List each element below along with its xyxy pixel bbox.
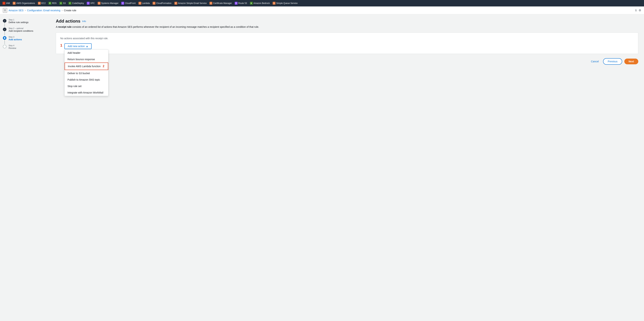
nav-label-aws-org: AWS Organizations — [16, 2, 35, 5]
step-name-3: Add actions — [8, 38, 47, 41]
rule-panel: No actions associated with this receipt … — [56, 32, 638, 54]
cloudfront-icon: C — [121, 2, 124, 5]
iam-icon: I — [2, 2, 5, 5]
previous-button[interactable]: Previous — [603, 58, 622, 65]
nav-item-lambda[interactable]: λ Lambda — [138, 2, 151, 5]
nav-label-bedrock: Amazon Bedrock — [254, 2, 270, 5]
nav-item-ses[interactable]: S Amazon Simple Email Service — [173, 2, 208, 5]
nav-item-codedeploy[interactable]: C CodeDeploy — [68, 2, 85, 5]
nav-label-iam: IAM — [6, 2, 10, 5]
step-col-icon-4 — [3, 44, 6, 48]
no-actions-text: No actions associated with this receipt … — [60, 37, 634, 40]
aws-org-icon: O — [13, 2, 16, 5]
step-dot-inner-3 — [4, 37, 5, 39]
nav-label-ec2: EC2 — [42, 2, 46, 5]
bedrock-icon: B — [250, 2, 253, 5]
step-circle-2: ✓ — [3, 28, 6, 31]
dropdown-caret-icon: ▲ — [86, 45, 88, 48]
nav-label-cloudformation: CloudFormation — [156, 2, 172, 5]
settings-icon-btn[interactable]: ⚙ — [639, 9, 641, 12]
nav-item-systems-manager[interactable]: S Systems Manager — [96, 2, 120, 5]
cloudformation-icon: C — [152, 2, 156, 5]
step-label-group-3: Step 3 Add actions — [8, 36, 47, 44]
codedeploy-icon: C — [68, 2, 72, 5]
nav-label-sqs: Simple Queue Service — [276, 2, 298, 5]
dropdown-item-return-bounce[interactable]: Return bounce response — [64, 56, 108, 63]
step-badge-1: 1 — [60, 43, 62, 48]
nav-item-cert-manager[interactable]: C Certificate Manager — [208, 2, 233, 5]
nav-item-rds[interactable]: R RDS — [48, 2, 58, 5]
nav-item-iam[interactable]: I IAM — [2, 2, 11, 5]
step-number-3: Step 3 — [8, 36, 47, 38]
nav-label-lambda: Lambda — [142, 2, 150, 5]
breadcrumb-current: Create rule — [64, 9, 76, 12]
step-circle-4 — [3, 45, 6, 48]
cancel-button[interactable]: Cancel — [589, 59, 601, 64]
step-number-4: Step 4 — [8, 44, 47, 47]
add-new-action-button[interactable]: Add new action ▲ — [64, 43, 92, 49]
add-action-label: Add new action — [68, 45, 85, 48]
sqs-icon: S — [273, 2, 276, 5]
nav-label-cloudfront: CloudFront — [125, 2, 136, 5]
nav-label-systems-manager: Systems Manager — [101, 2, 118, 5]
main-layout: ✓ Step 1 Define rule settings ✓ — [0, 14, 644, 321]
step-circle-3 — [3, 36, 6, 40]
sidebar: ✓ Step 1 Define rule settings ✓ — [0, 14, 50, 321]
nav-label-rds: RDS — [52, 2, 56, 5]
nav-item-cloudfront[interactable]: C CloudFront — [120, 2, 136, 5]
nav-item-bedrock[interactable]: B Amazon Bedrock — [249, 2, 271, 5]
breadcrumb-sep-2: › — [62, 9, 62, 12]
step-name-4: Review — [8, 47, 47, 49]
s3-icon: S — [60, 2, 62, 5]
page-title-text: Add actions — [56, 19, 80, 24]
step-col-icon-1: ✓ — [3, 19, 6, 27]
content-area: Add actions Info A receipt rule consists… — [50, 14, 644, 321]
dropdown-item-add-header[interactable]: Add header — [64, 50, 108, 56]
nav-label-ses: Amazon Simple Email Service — [178, 2, 207, 5]
step-list: ✓ Step 1 Define rule settings ✓ — [3, 19, 47, 49]
step-col-icon-2: ✓ — [3, 27, 6, 36]
step-line-1 — [4, 23, 5, 27]
step-line-2 — [4, 31, 5, 36]
systems-manager-icon: S — [98, 2, 100, 5]
rds-icon: R — [48, 2, 51, 5]
breadcrumb-home[interactable]: Amazon SES — [8, 9, 24, 12]
dropdown-item-publish-sns[interactable]: Publish to Amazon SNS topic — [64, 76, 108, 83]
nav-label-cert-manager: Certificate Manager — [213, 2, 232, 5]
nav-item-ec2[interactable]: E EC2 — [37, 2, 47, 5]
ses-icon: S — [174, 2, 177, 5]
add-action-dropdown-container: Add new action ▲ Add header Return bounc… — [64, 43, 92, 49]
next-button[interactable]: Next — [624, 59, 638, 64]
dropdown-item-stop-rule[interactable]: Stop rule set — [64, 83, 108, 89]
nav-item-sqs[interactable]: S Simple Queue Service — [272, 2, 298, 5]
step-row-2: ✓ Step 2 – optional Add recipient condit… — [3, 27, 47, 36]
step-row-1: ✓ Step 1 Define rule settings — [3, 19, 47, 27]
action-bar: Cancel Previous Next — [56, 58, 638, 65]
nav-label-route53: Route 53 — [238, 2, 247, 5]
nav-item-cloudformation[interactable]: C CloudFormation — [152, 2, 172, 5]
vpc-icon: V — [87, 2, 90, 5]
nav-label-codedeploy: CodeDeploy — [72, 2, 84, 5]
ec2-icon: E — [38, 2, 41, 5]
step-number-2: Step 2 – optional — [8, 27, 47, 29]
nav-item-vpc[interactable]: V VPC — [86, 2, 96, 5]
breadcrumb-icons: ℹ ⚙ — [636, 9, 641, 12]
step-line-3 — [4, 40, 5, 44]
step-label-group-2: Step 2 – optional Add recipient conditio… — [8, 27, 47, 36]
route53-icon: R — [235, 2, 238, 5]
dropdown-item-deliver-s3[interactable]: Deliver to S3 bucket — [64, 70, 108, 76]
step-name-2: Add recipient conditions — [8, 30, 47, 32]
hamburger-menu[interactable]: ☰ — [3, 8, 7, 13]
step-circle-1: ✓ — [3, 19, 6, 23]
nav-item-s3[interactable]: S S3 — [58, 2, 67, 5]
cert-manager-icon: C — [210, 2, 212, 5]
info-link[interactable]: Info — [82, 20, 86, 23]
step-col-icon-3 — [3, 36, 6, 44]
dropdown-item-workmail[interactable]: Integrate with Amazon WorkMail — [64, 89, 108, 96]
page-title: Add actions Info — [56, 19, 638, 24]
info-icon-btn[interactable]: ℹ — [636, 9, 636, 12]
dropdown-item-invoke-lambda[interactable]: Invoke AWS Lambda function 2 — [64, 63, 108, 70]
nav-item-aws-org[interactable]: O AWS Organizations — [12, 2, 36, 5]
nav-item-route53[interactable]: R Route 53 — [234, 2, 248, 5]
breadcrumb-parent[interactable]: Configuration: Email receiving — [27, 9, 60, 12]
